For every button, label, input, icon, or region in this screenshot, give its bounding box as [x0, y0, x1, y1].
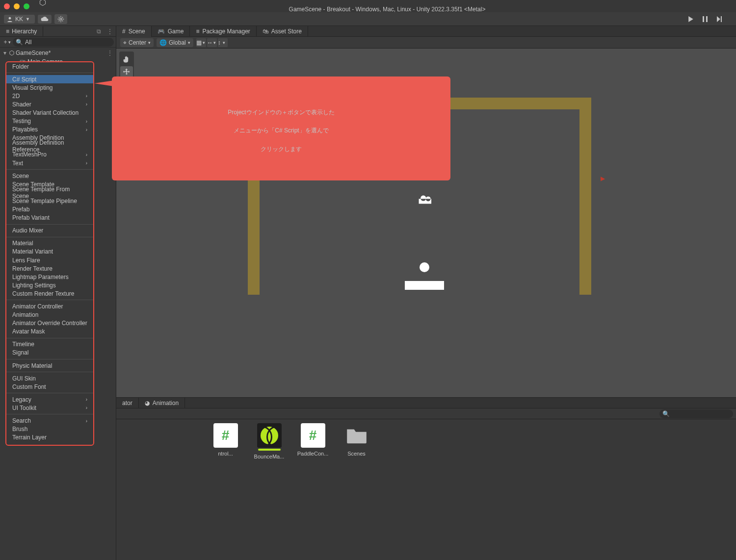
menu-item[interactable]: Lens Flare	[6, 256, 93, 264]
menu-item[interactable]: Timeline	[6, 340, 93, 349]
menu-item[interactable]: Scene	[6, 172, 93, 180]
menu-item[interactable]: GUI Skin	[6, 374, 93, 382]
menu-item[interactable]: Search›	[6, 416, 93, 425]
scene-camera-gizmo-icon[interactable]	[417, 194, 434, 205]
step-button[interactable]	[716, 16, 722, 22]
menu-item[interactable]: Animation	[6, 311, 93, 319]
menu-item[interactable]: Shader›	[6, 100, 93, 108]
asset-item[interactable]: BounceMa...	[253, 423, 285, 459]
svg-rect-4	[721, 16, 722, 22]
menu-separator	[6, 169, 93, 170]
asset-item[interactable]: #PaddleCon...	[297, 423, 329, 459]
pivot-label: Center	[129, 39, 146, 46]
menu-item-label: Shader	[12, 101, 31, 108]
user-icon	[7, 16, 13, 22]
menu-item-label: Prefab Variant	[12, 214, 50, 221]
menu-item[interactable]: 2D›	[6, 92, 93, 100]
settings-button[interactable]	[54, 14, 67, 24]
ball-object[interactable]	[420, 262, 429, 272]
bottom-tab-strip: ator ◕Animation	[116, 397, 736, 408]
menu-item[interactable]: Terrain Layer	[6, 433, 93, 442]
menu-item[interactable]: Shader Variant Collection	[6, 108, 93, 117]
minimize-icon[interactable]	[14, 3, 20, 9]
hierarchy-search[interactable]: 🔍 All	[13, 38, 114, 47]
menu-item[interactable]: Material	[6, 239, 93, 248]
tab-animator[interactable]: ator	[116, 398, 139, 408]
row-menu-icon[interactable]: ⋮	[107, 50, 116, 56]
gear-icon	[57, 16, 64, 23]
menu-item[interactable]: Testing›	[6, 117, 93, 126]
menu-item[interactable]: Audio Mixer	[6, 227, 93, 235]
tab-label: Scene	[129, 28, 145, 35]
play-button[interactable]	[688, 16, 694, 22]
tab-scene[interactable]: #Scene	[116, 26, 152, 37]
asset-item[interactable]: Scenes	[341, 423, 372, 459]
menu-item-label: Custom Font	[12, 383, 46, 390]
space-dropdown[interactable]: 🌐Global▾	[157, 38, 193, 47]
snap-button[interactable]: ↕▾	[218, 38, 228, 47]
submenu-arrow-icon: ›	[86, 418, 87, 424]
callout-line: メニューから「C# Script」を選んで	[234, 127, 328, 134]
menu-item[interactable]: Avatar Mask	[6, 328, 93, 336]
menu-item-label: Animation	[12, 311, 38, 318]
chevron-down-icon: ▼	[26, 17, 30, 22]
panel-menu-icon[interactable]: ⋮	[104, 28, 116, 35]
move-icon	[123, 68, 131, 76]
menu-item[interactable]: Custom Render Texture	[6, 289, 93, 298]
scene-row[interactable]: ▾ GameScene* ⋮	[0, 49, 116, 57]
asset-item[interactable]: #ntrol...	[210, 423, 241, 459]
game-icon: 🎮	[158, 28, 165, 35]
menu-item[interactable]: Physic Material	[6, 361, 93, 370]
menu-item-label: C# Script	[12, 76, 36, 83]
menu-item[interactable]: Signal	[6, 349, 93, 357]
create-context-menu[interactable]: FolderC# ScriptVisual Scripting2D›Shader…	[5, 61, 94, 446]
store-icon: 🛍	[263, 28, 268, 35]
callout-line: Projectウインドウの＋ボタンで表示した	[228, 109, 334, 116]
snap-grid-button[interactable]: ▦▾	[196, 38, 206, 47]
panel-popout-icon[interactable]: ⧉	[94, 28, 104, 35]
menu-item[interactable]: Folder	[6, 62, 93, 71]
tab-game[interactable]: 🎮Game	[152, 26, 190, 37]
snap-increment-button[interactable]: ↔▾	[207, 38, 217, 47]
globe-icon: 🌐	[159, 39, 167, 46]
pivot-dropdown[interactable]: ⌖Center▾	[120, 38, 154, 47]
menu-item[interactable]: Custom Font	[6, 382, 93, 391]
pause-button[interactable]	[703, 16, 708, 22]
cloud-button[interactable]	[38, 15, 52, 24]
account-dropdown[interactable]: KK ▼	[4, 15, 35, 24]
space-label: Global	[169, 39, 186, 46]
hand-tool[interactable]	[120, 53, 133, 65]
hand-icon	[123, 55, 131, 63]
menu-item[interactable]: Playables›	[6, 126, 93, 134]
menu-item[interactable]: Assembly Definition Reference	[6, 142, 93, 151]
hierarchy-add-button[interactable]: ＋▾	[2, 38, 11, 46]
menu-item[interactable]: Animator Override Controller	[6, 319, 93, 328]
disclosure-icon[interactable]: ▾	[2, 50, 8, 56]
scene-toolbar: ⌖Center▾ 🌐Global▾ ▦▾ ↔▾ ↕▾	[116, 37, 736, 49]
package-icon: ≡	[196, 28, 199, 35]
paddle-object[interactable]	[405, 281, 444, 290]
menu-item[interactable]: Text›	[6, 159, 93, 167]
project-search[interactable]: 🔍	[659, 409, 733, 418]
menu-item[interactable]: Animator Controller	[6, 302, 93, 310]
menu-item[interactable]: Visual Scripting	[6, 83, 93, 92]
chevron-down-icon: ▾	[221, 38, 228, 47]
tab-animation[interactable]: ◕Animation	[139, 398, 185, 408]
menu-item[interactable]: Lighting Settings	[6, 281, 93, 289]
tab-package-manager[interactable]: ≡Package Manager	[190, 26, 256, 37]
menu-item-label: Render Texture	[12, 265, 53, 272]
menu-item[interactable]: Render Texture	[6, 264, 93, 273]
hierarchy-tab[interactable]: ≡ Hierarchy	[0, 26, 43, 36]
menu-item[interactable]: UI Toolkit›	[6, 404, 93, 412]
menu-item[interactable]: C# Script	[6, 75, 93, 83]
unity-icon	[39, 0, 732, 6]
menu-item[interactable]: Lightmap Parameters	[6, 273, 93, 281]
close-icon[interactable]	[4, 3, 10, 9]
menu-item[interactable]: Brush	[6, 425, 93, 433]
menu-item[interactable]: Legacy›	[6, 395, 93, 404]
asset-label: ntrol...	[210, 451, 241, 457]
x-axis-gizmo-icon[interactable]: ▶	[601, 175, 605, 182]
maximize-icon[interactable]	[24, 3, 29, 9]
menu-item[interactable]: Prefab	[6, 205, 93, 214]
tab-asset-store[interactable]: 🛍Asset Store	[257, 26, 308, 37]
